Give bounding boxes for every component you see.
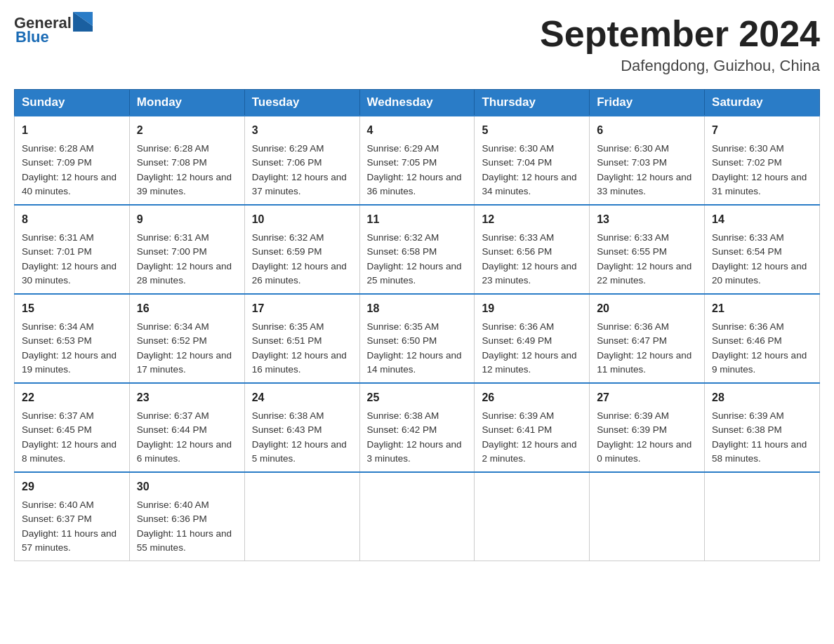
col-saturday: Saturday xyxy=(705,90,820,116)
sunset-label: Sunset: 7:05 PM xyxy=(367,157,437,168)
calendar-cell: 13 Sunrise: 6:33 AM Sunset: 6:55 PM Dayl… xyxy=(590,205,705,294)
sunset-label: Sunset: 6:46 PM xyxy=(712,335,782,346)
sunrise-label: Sunrise: 6:30 AM xyxy=(482,143,554,154)
day-number: 16 xyxy=(137,300,237,317)
sunset-label: Sunset: 6:41 PM xyxy=(482,424,552,435)
sunset-label: Sunset: 6:39 PM xyxy=(597,424,667,435)
calendar-cell: 17 Sunrise: 6:35 AM Sunset: 6:51 PM Dayl… xyxy=(244,294,359,383)
sunrise-label: Sunrise: 6:36 AM xyxy=(597,321,669,332)
day-number: 17 xyxy=(252,300,352,317)
day-number: 21 xyxy=(712,300,812,317)
day-number: 11 xyxy=(367,211,468,228)
daylight-label: Daylight: 12 hours and 30 minutes. xyxy=(22,261,117,286)
day-number: 3 xyxy=(252,122,352,139)
calendar-cell: 6 Sunrise: 6:30 AM Sunset: 7:03 PM Dayli… xyxy=(590,116,705,205)
calendar-week-4: 22 Sunrise: 6:37 AM Sunset: 6:45 PM Dayl… xyxy=(15,383,820,472)
daylight-label: Daylight: 12 hours and 33 minutes. xyxy=(597,172,691,196)
sunrise-label: Sunrise: 6:35 AM xyxy=(252,321,324,332)
logo-icon xyxy=(73,12,93,32)
day-number: 26 xyxy=(482,389,582,406)
sunrise-label: Sunrise: 6:29 AM xyxy=(367,143,439,154)
sunrise-label: Sunrise: 6:36 AM xyxy=(712,321,784,332)
calendar-cell: 7 Sunrise: 6:30 AM Sunset: 7:02 PM Dayli… xyxy=(705,116,820,205)
daylight-label: Daylight: 12 hours and 8 minutes. xyxy=(22,439,117,464)
daylight-label: Daylight: 12 hours and 9 minutes. xyxy=(712,350,807,375)
daylight-label: Daylight: 12 hours and 39 minutes. xyxy=(137,172,232,196)
location: Dafengdong, Guizhou, China xyxy=(540,57,820,75)
sunrise-label: Sunrise: 6:39 AM xyxy=(712,410,784,421)
header-row: Sunday Monday Tuesday Wednesday Thursday… xyxy=(15,90,820,116)
sunset-label: Sunset: 6:42 PM xyxy=(367,424,437,435)
calendar-cell: 2 Sunrise: 6:28 AM Sunset: 7:08 PM Dayli… xyxy=(129,116,244,205)
sunrise-label: Sunrise: 6:40 AM xyxy=(22,499,94,510)
daylight-label: Daylight: 12 hours and 16 minutes. xyxy=(252,350,347,375)
calendar-week-3: 15 Sunrise: 6:34 AM Sunset: 6:53 PM Dayl… xyxy=(15,294,820,383)
day-number: 1 xyxy=(22,122,122,139)
day-number: 5 xyxy=(482,122,582,139)
sunrise-label: Sunrise: 6:38 AM xyxy=(367,410,439,421)
day-number: 8 xyxy=(22,211,122,228)
calendar-week-1: 1 Sunrise: 6:28 AM Sunset: 7:09 PM Dayli… xyxy=(15,116,820,205)
calendar-cell: 16 Sunrise: 6:34 AM Sunset: 6:52 PM Dayl… xyxy=(129,294,244,383)
calendar-cell: 29 Sunrise: 6:40 AM Sunset: 6:37 PM Dayl… xyxy=(15,472,130,561)
calendar-cell xyxy=(590,472,705,561)
col-thursday: Thursday xyxy=(475,90,590,116)
day-number: 25 xyxy=(367,389,468,406)
calendar-cell: 14 Sunrise: 6:33 AM Sunset: 6:54 PM Dayl… xyxy=(705,205,820,294)
day-number: 28 xyxy=(712,389,812,406)
sunset-label: Sunset: 6:56 PM xyxy=(482,246,552,257)
daylight-label: Daylight: 12 hours and 26 minutes. xyxy=(252,261,347,286)
sunrise-label: Sunrise: 6:37 AM xyxy=(137,410,209,421)
sunrise-label: Sunrise: 6:30 AM xyxy=(597,143,669,154)
col-friday: Friday xyxy=(590,90,705,116)
daylight-label: Daylight: 12 hours and 12 minutes. xyxy=(482,350,576,375)
title-section: September 2024 Dafengdong, Guizhou, Chin… xyxy=(540,14,820,75)
daylight-label: Daylight: 12 hours and 36 minutes. xyxy=(367,172,462,196)
sunset-label: Sunset: 6:54 PM xyxy=(712,246,782,257)
sunrise-label: Sunrise: 6:37 AM xyxy=(22,410,94,421)
page-header: General Blue September 2024 Dafengdong, … xyxy=(14,14,820,75)
daylight-label: Daylight: 11 hours and 55 minutes. xyxy=(137,528,232,553)
sunrise-label: Sunrise: 6:33 AM xyxy=(597,232,669,243)
daylight-label: Daylight: 12 hours and 28 minutes. xyxy=(137,261,232,286)
sunset-label: Sunset: 6:53 PM xyxy=(22,335,92,346)
calendar-cell: 22 Sunrise: 6:37 AM Sunset: 6:45 PM Dayl… xyxy=(15,383,130,472)
daylight-label: Daylight: 12 hours and 14 minutes. xyxy=(367,350,462,375)
calendar-cell: 11 Sunrise: 6:32 AM Sunset: 6:58 PM Dayl… xyxy=(359,205,475,294)
sunset-label: Sunset: 6:49 PM xyxy=(482,335,552,346)
calendar-cell: 19 Sunrise: 6:36 AM Sunset: 6:49 PM Dayl… xyxy=(475,294,590,383)
sunrise-label: Sunrise: 6:32 AM xyxy=(367,232,439,243)
calendar-cell: 10 Sunrise: 6:32 AM Sunset: 6:59 PM Dayl… xyxy=(244,205,359,294)
calendar-cell: 15 Sunrise: 6:34 AM Sunset: 6:53 PM Dayl… xyxy=(15,294,130,383)
sunrise-label: Sunrise: 6:39 AM xyxy=(482,410,554,421)
day-number: 10 xyxy=(252,211,352,228)
calendar-week-5: 29 Sunrise: 6:40 AM Sunset: 6:37 PM Dayl… xyxy=(15,472,820,561)
daylight-label: Daylight: 12 hours and 19 minutes. xyxy=(22,350,117,375)
sunset-label: Sunset: 7:09 PM xyxy=(22,157,92,168)
calendar-cell: 26 Sunrise: 6:39 AM Sunset: 6:41 PM Dayl… xyxy=(475,383,590,472)
daylight-label: Daylight: 12 hours and 23 minutes. xyxy=(482,261,576,286)
sunrise-label: Sunrise: 6:31 AM xyxy=(137,232,209,243)
calendar-cell: 28 Sunrise: 6:39 AM Sunset: 6:38 PM Dayl… xyxy=(705,383,820,472)
daylight-label: Daylight: 12 hours and 11 minutes. xyxy=(597,350,691,375)
day-number: 15 xyxy=(22,300,122,317)
sunrise-label: Sunrise: 6:33 AM xyxy=(482,232,554,243)
sunrise-label: Sunrise: 6:28 AM xyxy=(22,143,94,154)
day-number: 12 xyxy=(482,211,582,228)
day-number: 22 xyxy=(22,389,122,406)
sunset-label: Sunset: 6:58 PM xyxy=(367,246,437,257)
sunset-label: Sunset: 6:47 PM xyxy=(597,335,667,346)
sunset-label: Sunset: 7:01 PM xyxy=(22,246,92,257)
daylight-label: Daylight: 11 hours and 58 minutes. xyxy=(712,439,807,464)
daylight-label: Daylight: 12 hours and 0 minutes. xyxy=(597,439,691,464)
sunset-label: Sunset: 7:06 PM xyxy=(252,157,322,168)
calendar-cell: 1 Sunrise: 6:28 AM Sunset: 7:09 PM Dayli… xyxy=(15,116,130,205)
sunrise-label: Sunrise: 6:29 AM xyxy=(252,143,324,154)
calendar-cell xyxy=(244,472,359,561)
sunset-label: Sunset: 6:52 PM xyxy=(137,335,207,346)
sunset-label: Sunset: 7:04 PM xyxy=(482,157,552,168)
calendar-cell: 20 Sunrise: 6:36 AM Sunset: 6:47 PM Dayl… xyxy=(590,294,705,383)
daylight-label: Daylight: 12 hours and 31 minutes. xyxy=(712,172,807,196)
calendar-cell xyxy=(475,472,590,561)
sunset-label: Sunset: 6:45 PM xyxy=(22,424,92,435)
